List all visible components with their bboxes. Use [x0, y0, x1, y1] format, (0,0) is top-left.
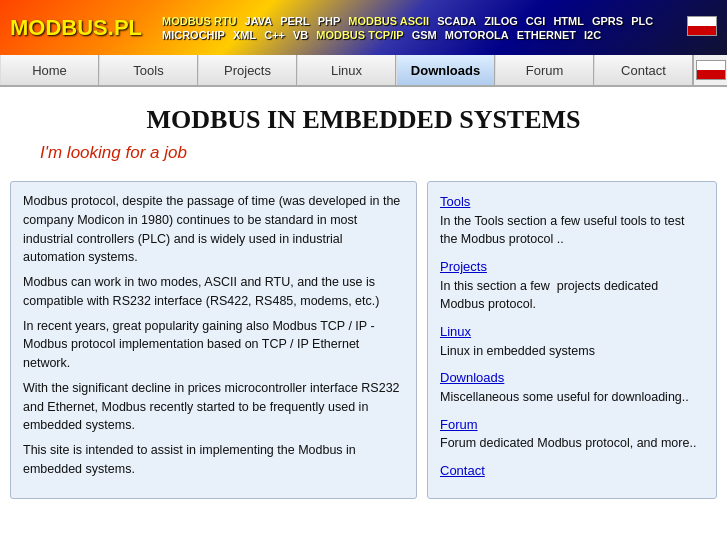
right-section-tools: Tools In the Tools section a few useful …	[440, 192, 704, 249]
right-text-downloads: Miscellaneous some useful for downloadin…	[440, 388, 704, 407]
nav-downloads[interactable]: Downloads	[396, 55, 495, 85]
right-section-contact: Contact	[440, 461, 704, 481]
job-seeking-text: I'm looking for a job	[40, 143, 727, 163]
right-link-downloads[interactable]: Downloads	[440, 368, 704, 388]
tag-plc: PLC	[631, 15, 653, 27]
content-columns: Modbus protocol, despite the passage of …	[0, 181, 727, 499]
left-column: Modbus protocol, despite the passage of …	[10, 181, 417, 499]
left-para-1: Modbus protocol, despite the passage of …	[23, 192, 404, 267]
right-link-projects[interactable]: Projects	[440, 257, 704, 277]
right-text-projects: In this section a few projects dedicated…	[440, 277, 704, 315]
tag-cpp: C++	[264, 29, 285, 41]
tag-perl: PERL	[280, 15, 309, 27]
right-text-tools: In the Tools section a few useful tools …	[440, 212, 704, 250]
nav-projects[interactable]: Projects	[198, 55, 297, 85]
right-column: Tools In the Tools section a few useful …	[427, 181, 717, 499]
nav-tools[interactable]: Tools	[99, 55, 198, 85]
tag-xml: XML	[233, 29, 256, 41]
tag-zilog: ZILOG	[484, 15, 518, 27]
page-title: MODBUS IN EMBEDDED SYSTEMS	[0, 105, 727, 135]
nav-home[interactable]: Home	[0, 55, 99, 85]
right-link-tools[interactable]: Tools	[440, 192, 704, 212]
tag-java: JAVA	[245, 15, 273, 27]
tag-modbus-ascii: MODBUS ASCII	[348, 15, 429, 27]
tag-html: HTML	[553, 15, 584, 27]
left-para-3: In recent years, great popularity gainin…	[23, 317, 404, 373]
nav-contact[interactable]: Contact	[594, 55, 693, 85]
site-logo[interactable]: MODBUS.PL	[10, 15, 142, 41]
nav-linux[interactable]: Linux	[297, 55, 396, 85]
nav-flag[interactable]	[693, 55, 727, 85]
left-para-2: Modbus can work in two modes, ASCII and …	[23, 273, 404, 311]
tag-gprs: GPRS	[592, 15, 623, 27]
tag-microchip: MICROCHIP	[162, 29, 225, 41]
right-link-forum[interactable]: Forum	[440, 415, 704, 435]
tag-modbus-tcpip: MODBUS TCP/IP	[316, 29, 403, 41]
tag-php: PHP	[318, 15, 341, 27]
flag-container[interactable]	[687, 16, 717, 39]
right-link-linux[interactable]: Linux	[440, 322, 704, 342]
nav-forum[interactable]: Forum	[495, 55, 594, 85]
left-para-5: This site is intended to assist in imple…	[23, 441, 404, 479]
right-section-forum: Forum Forum dedicated Modbus protocol, a…	[440, 415, 704, 453]
tag-motorola: MOTOROLA	[445, 29, 509, 41]
tag-i2c: I2C	[584, 29, 601, 41]
right-section-projects: Projects In this section a few projects …	[440, 257, 704, 314]
right-text-forum: Forum dedicated Modbus protocol, and mor…	[440, 434, 704, 453]
left-para-4: With the significant decline in prices m…	[23, 379, 404, 435]
right-section-linux: Linux Linux in embedded systems	[440, 322, 704, 360]
right-section-downloads: Downloads Miscellaneous some useful for …	[440, 368, 704, 406]
navigation: Home Tools Projects Linux Downloads Foru…	[0, 55, 727, 87]
banner-tags: MODBUS RTU JAVA PERL PHP MODBUS ASCII SC…	[162, 15, 687, 41]
tag-vb: VB	[293, 29, 308, 41]
tag-ethernet: ETHERNET	[517, 29, 576, 41]
header-banner: MODBUS.PL MODBUS RTU JAVA PERL PHP MODBU…	[0, 0, 727, 55]
tag-cgi: CGI	[526, 15, 546, 27]
right-link-contact[interactable]: Contact	[440, 461, 704, 481]
tag-modbus-rtu: MODBUS RTU	[162, 15, 237, 27]
tag-scada: SCADA	[437, 15, 476, 27]
right-text-linux: Linux in embedded systems	[440, 342, 704, 361]
polish-flag-icon	[687, 16, 717, 36]
nav-flag-icon	[696, 60, 726, 80]
tag-gsm: GSM	[412, 29, 437, 41]
